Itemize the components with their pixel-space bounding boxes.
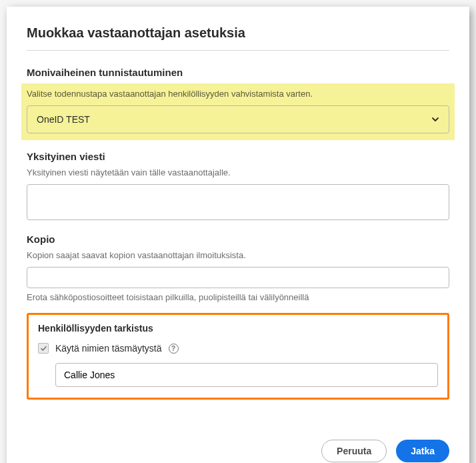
identity-check-box: Henkilöllisyyden tarkistus Käytä nimien … bbox=[27, 313, 449, 400]
copy-block: Kopio Kopion saajat saavat kopion vastaa… bbox=[27, 234, 449, 302]
identity-heading: Henkilöllisyyden tarkistus bbox=[38, 323, 438, 334]
copy-heading: Kopio bbox=[27, 234, 449, 245]
cancel-button[interactable]: Peruuta bbox=[321, 440, 387, 462]
private-message-heading: Yksityinen viesti bbox=[27, 151, 449, 162]
mfa-heading: Monivaiheinen tunnistautuminen bbox=[27, 67, 449, 78]
mfa-selected-value: OneID TEST bbox=[37, 114, 90, 125]
mfa-select-wrap: OneID TEST bbox=[27, 105, 449, 133]
private-message-hint: Yksityinen viesti näytetään vain tälle v… bbox=[27, 167, 449, 177]
copy-input[interactable] bbox=[27, 267, 449, 288]
name-match-label: Käytä nimien täsmäytystä bbox=[55, 343, 162, 354]
name-match-row: Käytä nimien täsmäytystä ? bbox=[38, 343, 438, 354]
info-icon[interactable]: ? bbox=[169, 344, 179, 354]
copy-hint-below: Erota sähköpostiosoitteet toisistaan pil… bbox=[27, 292, 449, 302]
mfa-select[interactable]: OneID TEST bbox=[27, 105, 449, 133]
private-message-block: Yksityinen viesti Yksityinen viesti näyt… bbox=[27, 151, 449, 223]
copy-hint: Kopion saajat saavat kopion vastaanottaj… bbox=[27, 250, 449, 260]
mfa-hint: Valitse todennustapa vastaanottajan henk… bbox=[27, 89, 449, 99]
name-match-checkbox[interactable] bbox=[38, 343, 49, 354]
name-match-input[interactable] bbox=[55, 363, 438, 387]
mfa-highlight: Valitse todennustapa vastaanottajan henk… bbox=[21, 83, 455, 140]
recipient-settings-dialog: Muokkaa vastaanottajan asetuksia Monivai… bbox=[7, 7, 469, 463]
button-row: Peruuta Jatka bbox=[27, 440, 449, 462]
private-message-input[interactable] bbox=[27, 184, 449, 220]
continue-button[interactable]: Jatka bbox=[396, 440, 449, 462]
dialog-title: Muokkaa vastaanottajan asetuksia bbox=[27, 25, 449, 51]
